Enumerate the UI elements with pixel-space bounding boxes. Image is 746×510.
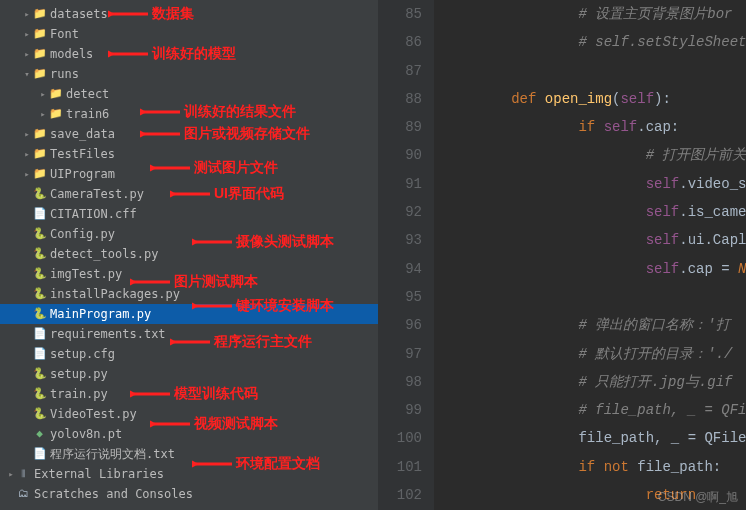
line-gutter: 858687888990919293949596979899100101102 <box>378 0 434 510</box>
watermark: CSDN @啊_旭 <box>658 489 738 506</box>
tree-item[interactable]: 🐍installPackages.py <box>0 284 378 304</box>
project-tree-panel: ▸📁datasets▸📁Font▸📁models▾📁runs▸📁detect▸📁… <box>0 0 378 510</box>
tree-item[interactable]: 📄程序运行说明文档.txt <box>0 444 378 464</box>
tree-item-label: installPackages.py <box>50 284 180 304</box>
tree-item[interactable]: 🐍MainProgram.py <box>0 304 378 324</box>
tree-item[interactable]: 🐍setup.py <box>0 364 378 384</box>
tree-item[interactable]: 🐍CameraTest.py <box>0 184 378 204</box>
gutter-line-number: 97 <box>378 340 422 368</box>
code-line[interactable]: self.ui.CaplineE <box>434 226 746 254</box>
gutter-line-number: 88 <box>378 85 422 113</box>
tree-item[interactable]: ▸📁train6 <box>0 104 378 124</box>
tree-item[interactable]: 🐍detect_tools.py <box>0 244 378 264</box>
tree-item-label: imgTest.py <box>50 264 122 284</box>
tree-item-label: setup.cfg <box>50 344 115 364</box>
expand-arrow-icon[interactable]: ▸ <box>22 44 32 64</box>
gutter-line-number: 86 <box>378 28 422 56</box>
tree-item-label: CITATION.cff <box>50 204 137 224</box>
tree-item-label: 程序运行说明文档.txt <box>50 444 175 464</box>
tree-item-label: MainProgram.py <box>50 304 151 324</box>
tree-item[interactable]: ▸📁save_data <box>0 124 378 144</box>
code-line[interactable]: self.cap = None <box>434 255 746 283</box>
code-line[interactable]: self.is_camera_o <box>434 198 746 226</box>
code-line[interactable]: # 打开图片前关闭 <box>434 141 746 169</box>
editor-panel: 858687888990919293949596979899100101102 … <box>378 0 746 510</box>
gutter-line-number: 102 <box>378 481 422 509</box>
code-area[interactable]: # 设置主页背景图片bor # self.setStyleSheet def o… <box>434 0 746 510</box>
tree-item[interactable]: 🐍Config.py <box>0 224 378 244</box>
gutter-line-number: 96 <box>378 311 422 339</box>
gutter-line-number: 95 <box>378 283 422 311</box>
gutter-line-number: 87 <box>378 57 422 85</box>
code-line[interactable]: # 只能打开.jpg与.gif <box>434 368 746 396</box>
tree-item-label: CameraTest.py <box>50 184 144 204</box>
tree-item[interactable]: 📄CITATION.cff <box>0 204 378 224</box>
gutter-line-number: 98 <box>378 368 422 396</box>
tree-item-label: setup.py <box>50 364 108 384</box>
tree-item[interactable]: ▸⫴External Libraries <box>0 464 378 484</box>
tree-item[interactable]: 📄requirements.txt <box>0 324 378 344</box>
gutter-line-number: 101 <box>378 453 422 481</box>
tree-item[interactable]: ▸📁detect <box>0 84 378 104</box>
code-line[interactable]: def open_img(self): <box>434 85 746 113</box>
tree-item[interactable]: 🐍VideoTest.py <box>0 404 378 424</box>
gutter-line-number: 91 <box>378 170 422 198</box>
tree-item[interactable]: ▸📁TestFiles <box>0 144 378 164</box>
tree-item-label: UIProgram <box>50 164 115 184</box>
tree-item-label: yolov8n.pt <box>50 424 122 444</box>
tree-item[interactable]: 📄setup.cfg <box>0 344 378 364</box>
code-line[interactable]: # 默认打开的目录：'./ <box>434 340 746 368</box>
expand-arrow-icon[interactable]: ▸ <box>38 84 48 104</box>
gutter-line-number: 85 <box>378 0 422 28</box>
tree-item[interactable]: 🗂Scratches and Consoles <box>0 484 378 504</box>
code-line[interactable]: if self.cap: <box>434 113 746 141</box>
tree-item-label: datasets <box>50 4 108 24</box>
expand-arrow-icon[interactable]: ▸ <box>22 24 32 44</box>
expand-arrow-icon[interactable]: ▸ <box>6 464 16 484</box>
gutter-line-number: 100 <box>378 424 422 452</box>
tree-item[interactable]: ▸📁UIProgram <box>0 164 378 184</box>
tree-item-label: detect_tools.py <box>50 244 158 264</box>
tree-item[interactable]: ▸📁Font <box>0 24 378 44</box>
gutter-line-number: 99 <box>378 396 422 424</box>
tree-item[interactable]: 🐍train.py <box>0 384 378 404</box>
code-line[interactable]: # file_path, _ = QFi <box>434 396 746 424</box>
code-line[interactable]: file_path, _ = QFile <box>434 424 746 452</box>
gutter-line-number: 89 <box>378 113 422 141</box>
code-line[interactable]: # 弹出的窗口名称：'打 <box>434 311 746 339</box>
tree-item-label: train6 <box>66 104 109 124</box>
tree-item-label: External Libraries <box>34 464 164 484</box>
tree-item-label: Config.py <box>50 224 115 244</box>
tree-item-label: runs <box>50 64 79 84</box>
project-tree[interactable]: ▸📁datasets▸📁Font▸📁models▾📁runs▸📁detect▸📁… <box>0 0 378 508</box>
tree-item-label: Font <box>50 24 79 44</box>
expand-arrow-icon[interactable]: ▸ <box>22 144 32 164</box>
code-line[interactable] <box>434 283 746 311</box>
gutter-line-number: 90 <box>378 141 422 169</box>
code-line[interactable]: self.video_stop( <box>434 170 746 198</box>
tree-item[interactable]: ▾📁runs <box>0 64 378 84</box>
tree-item[interactable]: ▸📁datasets <box>0 4 378 24</box>
tree-item-label: models <box>50 44 93 64</box>
expand-arrow-icon[interactable]: ▸ <box>22 164 32 184</box>
tree-item-label: save_data <box>50 124 115 144</box>
gutter-line-number: 94 <box>378 255 422 283</box>
tree-item-label: TestFiles <box>50 144 115 164</box>
tree-item[interactable]: ◆yolov8n.pt <box>0 424 378 444</box>
tree-item-label: VideoTest.py <box>50 404 137 424</box>
code-line[interactable]: # self.setStyleSheet <box>434 28 746 56</box>
expand-arrow-icon[interactable]: ▸ <box>22 4 32 24</box>
gutter-line-number: 92 <box>378 198 422 226</box>
code-line[interactable]: # 设置主页背景图片bor <box>434 0 746 28</box>
tree-item[interactable]: 🐍imgTest.py <box>0 264 378 284</box>
tree-item-label: train.py <box>50 384 108 404</box>
expand-arrow-icon[interactable]: ▸ <box>22 124 32 144</box>
gutter-line-number: 93 <box>378 226 422 254</box>
expand-arrow-icon[interactable]: ▸ <box>38 104 48 124</box>
tree-item-label: Scratches and Consoles <box>34 484 193 504</box>
tree-item[interactable]: ▸📁models <box>0 44 378 64</box>
code-line[interactable] <box>434 57 746 85</box>
expand-arrow-icon[interactable]: ▾ <box>22 64 32 84</box>
code-line[interactable]: if not file_path: <box>434 453 746 481</box>
tree-item-label: requirements.txt <box>50 324 166 344</box>
